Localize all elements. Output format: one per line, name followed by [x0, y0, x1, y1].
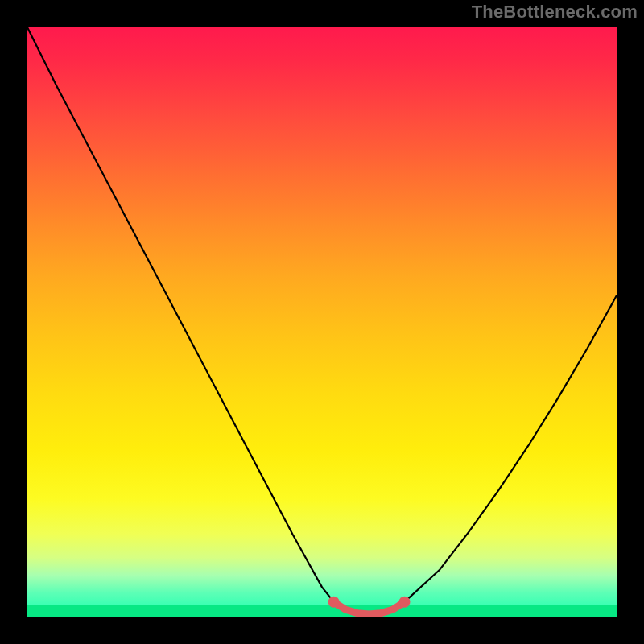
curve-main: [27, 27, 617, 614]
watermark-text: TheBottleneck.com: [472, 2, 638, 23]
bottleneck-curve: [27, 27, 617, 617]
curve-trough-accent: [334, 602, 405, 614]
trough-end-dot-1: [398, 597, 410, 608]
trough-end-dot-0: [328, 597, 340, 608]
plot-area: [27, 27, 617, 617]
chart-frame: TheBottleneck.com: [0, 0, 644, 644]
